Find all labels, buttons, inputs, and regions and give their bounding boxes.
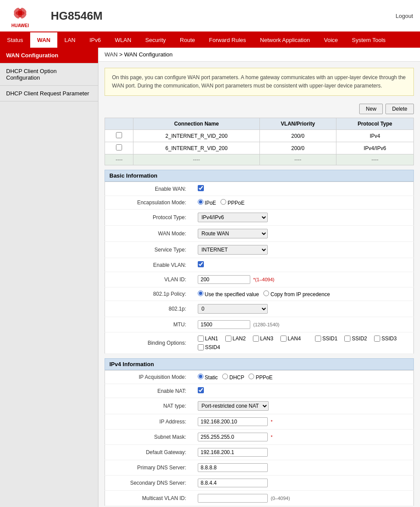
binding-row: Binding Options: LAN1 LAN2 LAN3 LAN4 SSI… bbox=[105, 332, 414, 354]
row2-checkbox[interactable] bbox=[116, 144, 122, 150]
subnet-mask-input[interactable] bbox=[198, 433, 268, 441]
enable-nat-label: Enable NAT: bbox=[105, 384, 192, 398]
huawei-logo bbox=[7, 3, 33, 23]
secondary-dns-input[interactable] bbox=[198, 479, 268, 487]
sidebar: WAN Configuration DHCP Client Option Con… bbox=[0, 48, 98, 507]
binding-ssid3-cb[interactable] bbox=[374, 336, 380, 342]
acq-pppoe-label[interactable]: PPPoE bbox=[248, 374, 273, 381]
content-area: WAN > WAN Configuration On this page, yo… bbox=[98, 48, 420, 507]
logout-button[interactable]: Logout bbox=[396, 13, 413, 19]
binding-lan3[interactable]: LAN3 bbox=[253, 336, 273, 342]
ipv4-title: IPv4 Information bbox=[105, 358, 414, 370]
nav-network-application[interactable]: Network Application bbox=[253, 32, 317, 48]
enable-wan-checkbox[interactable] bbox=[198, 185, 204, 191]
default-gw-input[interactable] bbox=[198, 448, 268, 457]
encap-ipoe-radio[interactable] bbox=[198, 199, 203, 205]
nav-wlan[interactable]: WLAN bbox=[108, 32, 139, 48]
ip-address-input[interactable] bbox=[198, 417, 268, 426]
policy-specified-label[interactable]: Use the specified value bbox=[198, 291, 261, 297]
wan-mode-select[interactable]: Route WAN Bridge WAN bbox=[198, 229, 268, 238]
row1-name: 2_INTERNET_R_VID_200 bbox=[133, 130, 259, 142]
sidebar-item-dhcp-option[interactable]: DHCP Client Option Configuration bbox=[0, 63, 98, 86]
binding-ssid2[interactable]: SSID2 bbox=[344, 336, 367, 342]
binding-ssid1[interactable]: SSID1 bbox=[315, 336, 338, 342]
default-gw-label: Default Gateway: bbox=[105, 445, 192, 460]
primary-dns-input[interactable] bbox=[198, 463, 268, 472]
vlan-id-label: VLAN ID: bbox=[105, 272, 192, 287]
nav-route[interactable]: Route bbox=[173, 32, 202, 48]
mtu-hint: (1280-1540) bbox=[253, 322, 280, 327]
row2-name: 6_INTERNET_R_VID_200 bbox=[133, 142, 259, 154]
row1-checkbox[interactable] bbox=[116, 132, 122, 138]
acq-static-text: Static bbox=[205, 374, 218, 381]
acq-pppoe-radio[interactable] bbox=[248, 374, 254, 379]
policy-copy-text: Copy from IP precedence bbox=[270, 291, 330, 297]
binding-lan2-cb[interactable] bbox=[225, 336, 231, 342]
binding-lan1[interactable]: LAN1 bbox=[198, 336, 218, 342]
multicast-vlan-hint: (0–4094) bbox=[271, 496, 290, 501]
subnet-required-hint: * bbox=[271, 434, 273, 440]
sidebar-item-dhcp-request[interactable]: DHCP Client Request Parameter bbox=[0, 86, 98, 101]
binding-ssid3[interactable]: SSID3 bbox=[374, 336, 397, 342]
breadcrumb-wan[interactable]: WAN bbox=[105, 51, 118, 58]
encap-mode-row: Encapsulation Mode: IPoE PPPoE bbox=[105, 196, 414, 210]
service-type-select[interactable]: INTERNET TR069 OTHER bbox=[198, 245, 268, 255]
encap-ipoe-text: IPoE bbox=[205, 200, 216, 206]
acq-dhcp-label[interactable]: DHCP bbox=[222, 374, 245, 381]
binding-lan3-cb[interactable] bbox=[253, 336, 259, 342]
binding-options: LAN1 LAN2 LAN3 LAN4 SSID1 SSID2 SSID3 SS… bbox=[198, 336, 409, 350]
nav-lan[interactable]: LAN bbox=[57, 32, 82, 48]
subnet-mask-label: Subnet Mask: bbox=[105, 430, 192, 445]
encap-pppoe-radio[interactable] bbox=[220, 199, 226, 205]
multicast-vlan-input[interactable] bbox=[198, 494, 268, 503]
col-checkbox bbox=[105, 118, 133, 130]
nav-security[interactable]: Security bbox=[138, 32, 173, 48]
ipv4-section: IPv4 Information IP Acquisition Mode: St… bbox=[105, 358, 414, 506]
encap-pppoe-label[interactable]: PPPoE bbox=[220, 200, 245, 206]
ip-acq-mode-row: IP Acquisition Mode: Static DHCP bbox=[105, 371, 414, 384]
policy-copy-label[interactable]: Copy from IP precedence bbox=[263, 291, 330, 297]
protocol-type-select[interactable]: IPv4/IPv6 IPv4 IPv6 bbox=[198, 213, 268, 222]
sidebar-item-wan-configuration[interactable]: WAN Configuration bbox=[0, 48, 98, 63]
mtu-input[interactable] bbox=[198, 320, 250, 329]
empty-col3: ---- bbox=[336, 154, 413, 165]
binding-ssid1-cb[interactable] bbox=[315, 336, 321, 342]
nav-forward-rules[interactable]: Forward Rules bbox=[202, 32, 253, 48]
encap-ipoe-label[interactable]: IPoE bbox=[198, 200, 218, 206]
enable-nat-row: Enable NAT: bbox=[105, 384, 414, 398]
empty-col2: ---- bbox=[259, 154, 336, 165]
acq-dhcp-radio[interactable] bbox=[222, 374, 228, 379]
enable-vlan-checkbox[interactable] bbox=[198, 261, 204, 267]
new-button[interactable]: New bbox=[359, 104, 383, 114]
row1-vlan: 200/0 bbox=[259, 130, 336, 142]
acq-static-label[interactable]: Static bbox=[198, 374, 220, 381]
nav-system-tools[interactable]: System Tools bbox=[345, 32, 392, 48]
ipv4-table: IP Acquisition Mode: Static DHCP bbox=[105, 370, 414, 506]
primary-dns-label: Primary DNS Server: bbox=[105, 460, 192, 476]
ip-address-label: IP Address: bbox=[105, 414, 192, 430]
binding-ssid4-cb[interactable] bbox=[198, 344, 204, 350]
nav-voice[interactable]: Voice bbox=[317, 32, 345, 48]
vlan-id-input[interactable] bbox=[198, 275, 250, 284]
basic-info-title: Basic Information bbox=[105, 170, 414, 182]
mtu-row: MTU: (1280-1540) bbox=[105, 317, 414, 332]
binding-ssid2-cb[interactable] bbox=[344, 336, 350, 342]
enable-nat-checkbox[interactable] bbox=[198, 387, 204, 393]
nav-wan[interactable]: WAN bbox=[30, 32, 57, 48]
dot1p-select[interactable]: 0123 4567 bbox=[198, 304, 268, 314]
policy-copy-radio[interactable] bbox=[263, 290, 269, 296]
acq-static-radio[interactable] bbox=[198, 374, 203, 379]
binding-ssid4[interactable]: SSID4 bbox=[198, 344, 220, 350]
nav-status[interactable]: Status bbox=[0, 32, 30, 48]
nat-type-select[interactable]: Port-restricted cone NAT Full cone NAT S… bbox=[198, 401, 269, 411]
policy-specified-radio[interactable] bbox=[198, 290, 203, 296]
ip-required-hint: * bbox=[271, 419, 273, 424]
binding-lan4-cb[interactable] bbox=[280, 336, 287, 342]
binding-lan1-cb[interactable] bbox=[198, 336, 204, 342]
nav-ipv6[interactable]: IPv6 bbox=[83, 32, 108, 48]
wan-mode-row: WAN Mode: Route WAN Bridge WAN bbox=[105, 226, 414, 242]
binding-lan2[interactable]: LAN2 bbox=[225, 336, 246, 342]
delete-button[interactable]: Delete bbox=[385, 104, 414, 114]
col-connection-name: Connection Name bbox=[133, 118, 259, 130]
binding-lan4[interactable]: LAN4 bbox=[280, 336, 301, 342]
